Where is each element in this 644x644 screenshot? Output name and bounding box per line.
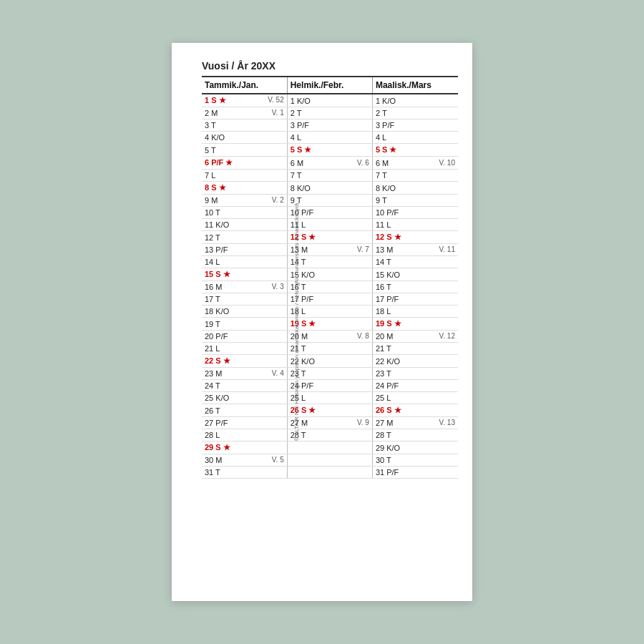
- feb-cell: 1 K/O: [287, 94, 372, 107]
- jan-cell: 11 K/O: [202, 219, 287, 231]
- feb-cell: [287, 467, 372, 479]
- mar-cell: 4 L: [372, 132, 458, 144]
- mar-cell: 1 K/O: [372, 94, 458, 107]
- feb-cell: 17 P/F: [287, 293, 372, 306]
- jan-cell: 24 T: [202, 380, 287, 392]
- jan-cell: 8 S ★: [202, 182, 287, 195]
- mar-cell: 19 S ★: [372, 318, 458, 331]
- calendar-card: © ALTAIR N © Helsingin yliopiston almana…: [172, 43, 472, 601]
- feb-cell: 6 MV. 6: [287, 157, 372, 170]
- table-row: 10 T10 P/F10 P/F: [202, 207, 458, 219]
- jan-cell: 13 P/F: [202, 244, 287, 256]
- mar-cell: 30 T: [372, 454, 458, 467]
- mar-cell: 18 L: [372, 306, 458, 318]
- mar-cell: 23 T: [372, 368, 458, 380]
- table-row: 31 T31 P/F: [202, 467, 458, 479]
- jan-cell: 5 T: [202, 144, 287, 157]
- table-row: 30 MV. 530 T: [202, 454, 458, 467]
- mar-cell: 28 T: [372, 429, 458, 441]
- mar-cell: 26 S ★: [372, 404, 458, 417]
- jan-cell: 27 P/F: [202, 417, 287, 429]
- feb-cell: 16 T: [287, 281, 372, 293]
- mar-cell: 6 MV. 10: [372, 157, 458, 170]
- mar-cell: 20 MV. 12: [372, 331, 458, 343]
- table-row: 9 MV. 29 T9 T: [202, 195, 458, 207]
- feb-cell: 28 T: [287, 429, 372, 441]
- table-row: 11 K/O11 L11 L: [202, 219, 458, 231]
- table-row: 22 S ★22 K/O22 K/O: [202, 355, 458, 368]
- feb-cell: 24 P/F: [287, 380, 372, 392]
- mar-cell: 25 L: [372, 392, 458, 404]
- table-row: 2 MV. 12 T2 T: [202, 107, 458, 119]
- mar-cell: 27 MV. 13: [372, 417, 458, 429]
- header-jan: Tammik./Jan.: [202, 77, 287, 94]
- mar-cell: 9 T: [372, 195, 458, 207]
- mar-cell: 5 S ★: [372, 144, 458, 157]
- feb-cell: 20 MV. 8: [287, 331, 372, 343]
- feb-cell: 2 T: [287, 107, 372, 119]
- jan-cell: 31 T: [202, 467, 287, 479]
- table-row: 13 P/F13 MV. 713 MV. 11: [202, 244, 458, 256]
- header-feb: Helmik./Febr.: [287, 77, 372, 94]
- table-row: 12 T12 S ★12 S ★: [202, 231, 458, 244]
- jan-cell: 10 T: [202, 207, 287, 219]
- mar-cell: 12 S ★: [372, 231, 458, 244]
- jan-cell: 19 T: [202, 318, 287, 331]
- jan-cell: 15 S ★: [202, 268, 287, 281]
- mar-cell: 22 K/O: [372, 355, 458, 368]
- mar-cell: 17 P/F: [372, 293, 458, 306]
- mar-cell: 14 T: [372, 256, 458, 268]
- feb-cell: 10 P/F: [287, 207, 372, 219]
- jan-cell: 9 MV. 2: [202, 195, 287, 207]
- jan-cell: 17 T: [202, 293, 287, 306]
- mar-cell: 11 L: [372, 219, 458, 231]
- feb-cell: 4 L: [287, 132, 372, 144]
- feb-cell: 25 L: [287, 392, 372, 404]
- table-row: 25 K/O25 L25 L: [202, 392, 458, 404]
- feb-cell: 26 S ★: [287, 404, 372, 417]
- mar-cell: 7 T: [372, 170, 458, 182]
- jan-cell: 6 P/F ★: [202, 157, 287, 170]
- table-row: 3 T3 P/F3 P/F: [202, 119, 458, 132]
- feb-cell: [287, 441, 372, 454]
- table-row: 26 T26 S ★26 S ★: [202, 404, 458, 417]
- jan-cell: 25 K/O: [202, 392, 287, 404]
- feb-cell: 27 MV. 9: [287, 417, 372, 429]
- mar-cell: 31 P/F: [372, 467, 458, 479]
- feb-cell: 3 P/F: [287, 119, 372, 132]
- table-row: 21 L21 T21 T: [202, 343, 458, 355]
- jan-cell: 2 MV. 1: [202, 107, 287, 119]
- feb-cell: 23 T: [287, 368, 372, 380]
- feb-cell: 8 K/O: [287, 182, 372, 195]
- table-row: 29 S ★29 K/O: [202, 441, 458, 454]
- calendar-table: Tammik./Jan. Helmik./Febr. Maalisk./Mars…: [202, 76, 458, 479]
- feb-cell: 14 T: [287, 256, 372, 268]
- jan-cell: 16 MV. 3: [202, 281, 287, 293]
- feb-cell: 11 L: [287, 219, 372, 231]
- mar-cell: 29 K/O: [372, 441, 458, 454]
- table-row: 19 T19 S ★19 S ★: [202, 318, 458, 331]
- mar-cell: 16 T: [372, 281, 458, 293]
- jan-cell: 29 S ★: [202, 441, 287, 454]
- table-row: 8 S ★8 K/O8 K/O: [202, 182, 458, 195]
- table-row: 15 S ★15 K/O15 K/O: [202, 268, 458, 281]
- table-row: 4 K/O4 L4 L: [202, 132, 458, 144]
- table-row: 27 P/F27 MV. 927 MV. 13: [202, 417, 458, 429]
- jan-cell: 21 L: [202, 343, 287, 355]
- jan-cell: 18 K/O: [202, 306, 287, 318]
- jan-cell: 7 L: [202, 170, 287, 182]
- table-row: 24 T24 P/F24 P/F: [202, 380, 458, 392]
- feb-cell: 5 S ★: [287, 144, 372, 157]
- feb-cell: 9 T: [287, 195, 372, 207]
- table-row: 17 T17 P/F17 P/F: [202, 293, 458, 306]
- feb-cell: 7 T: [287, 170, 372, 182]
- jan-cell: 22 S ★: [202, 355, 287, 368]
- mar-cell: 2 T: [372, 107, 458, 119]
- mar-cell: 15 K/O: [372, 268, 458, 281]
- table-row: 7 L7 T7 T: [202, 170, 458, 182]
- year-title: Vuosi / År 20XX: [202, 60, 458, 72]
- jan-cell: 23 MV. 4: [202, 368, 287, 380]
- table-row: 23 MV. 423 T23 T: [202, 368, 458, 380]
- jan-cell: 14 L: [202, 256, 287, 268]
- table-row: 1 S ★V. 521 K/O1 K/O: [202, 94, 458, 107]
